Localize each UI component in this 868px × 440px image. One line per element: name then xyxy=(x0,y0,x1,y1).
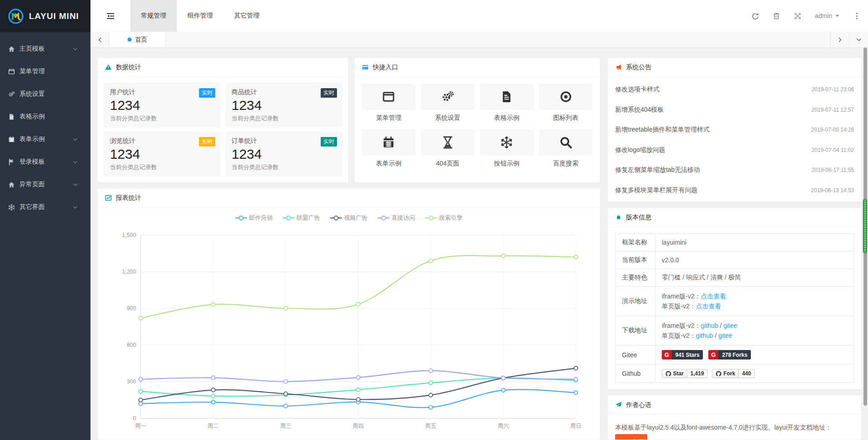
sidebar-item-label: 登录模板 xyxy=(19,158,73,166)
svg-text:周五: 周五 xyxy=(425,423,436,429)
calendar-icon xyxy=(382,136,395,149)
quick-entry-2[interactable]: 系统设置 xyxy=(421,84,475,122)
svg-text:周六: 周六 xyxy=(498,423,509,429)
quick-entry-1[interactable]: 菜单管理 xyxy=(362,84,416,122)
github-count[interactable]: 1,419 xyxy=(687,369,707,378)
quick-entry-8[interactable]: 百度搜索 xyxy=(539,129,593,168)
version-link[interactable]: 点击查看 xyxy=(696,303,721,310)
quick-entry-icon-box xyxy=(421,84,475,110)
sidebar-item-7[interactable]: 异常页面 xyxy=(0,173,90,196)
version-link[interactable]: gitee xyxy=(718,332,732,339)
warning-triangle-icon xyxy=(105,64,112,71)
version-link[interactable]: gitee xyxy=(723,322,737,329)
tab-scroll-left-button[interactable] xyxy=(90,32,109,47)
quick-entry-6[interactable]: 404页面 xyxy=(421,129,475,168)
system-announcement-title: 系统公告 xyxy=(626,63,651,71)
gitee-badge[interactable]: G278 Forks xyxy=(708,350,751,360)
sidebar-item-1[interactable]: 主页模板 xyxy=(0,38,90,60)
gears-icon xyxy=(441,90,454,103)
quick-entry-3[interactable]: 表格示例 xyxy=(480,84,534,122)
sidebar-item-label: 表单示例 xyxy=(19,135,73,143)
version-link[interactable]: github xyxy=(696,332,713,339)
version-value: 零门槛 / 响应式 / 清爽 / 极简 xyxy=(662,274,741,281)
tab-scroll-right-button[interactable] xyxy=(830,32,849,47)
version-value: layuimini xyxy=(662,239,686,246)
hourglass-icon xyxy=(441,136,454,149)
quick-entry-label: 系统设置 xyxy=(421,114,475,122)
sidebar-toggle-icon xyxy=(106,12,115,20)
legend-item-2[interactable]: 联盟广告 xyxy=(283,214,320,222)
page-tab-1[interactable]: 首页 xyxy=(109,32,166,47)
stat-card-desc: 当前分类总记录数 xyxy=(110,163,214,171)
top-nav-actions: admin xyxy=(751,0,868,32)
version-row: GiteeG941 StarsG278 Forks xyxy=(616,345,854,364)
svg-text:周四: 周四 xyxy=(353,423,364,429)
legend-marker-icon xyxy=(283,215,294,221)
sidebar-item-6[interactable]: 登录模板 xyxy=(0,151,90,173)
github-star-button[interactable]: Star xyxy=(662,369,687,378)
announcement-text: 修复多模块菜单栏展开有问题 xyxy=(615,186,697,194)
legend-item-5[interactable]: 搜索引擎 xyxy=(425,214,463,222)
user-menu[interactable]: admin xyxy=(815,12,840,19)
svg-text:1,500: 1,500 xyxy=(122,232,136,238)
more-vertical-icon[interactable] xyxy=(853,12,861,20)
author-words-title: 作者心语 xyxy=(626,401,651,409)
version-row-label: 主要特色 xyxy=(616,269,655,287)
tab-menu-button[interactable] xyxy=(849,32,868,47)
layui-logo-icon xyxy=(7,8,24,25)
snowflake-icon xyxy=(8,204,15,211)
version-row-label: Github xyxy=(616,364,655,383)
active-tab-dot xyxy=(128,38,132,42)
legend-item-1[interactable]: 邮件营销 xyxy=(235,214,273,222)
stat-card-3: 浏览统计实时1234当前分类总记录数 xyxy=(104,132,221,176)
legend-item-3[interactable]: 视频广告 xyxy=(330,214,368,222)
fullscreen-icon[interactable] xyxy=(794,12,802,20)
chevron-down-icon xyxy=(73,137,78,142)
sidebar-item-5[interactable]: 表单示例 xyxy=(0,128,90,151)
version-row: GithubStar1,419Fork440 xyxy=(616,364,854,383)
sidebar-item-label: 异常页面 xyxy=(19,180,73,189)
github-fork-button[interactable]: Fork xyxy=(712,369,739,378)
announcement-text: 修改logo缩放问题 xyxy=(615,146,665,154)
sidebar-item-2[interactable]: 菜单管理 xyxy=(0,60,90,83)
left-column: 数据统计 用户统计实时1234当前分类总记录数商品统计实时1234当前分类总记录… xyxy=(97,57,600,440)
legend-label: 搜索引擎 xyxy=(439,214,463,222)
sidebar-item-3[interactable]: 系统设置 xyxy=(0,83,90,105)
svg-text:周一: 周一 xyxy=(135,423,147,429)
sidebar-toggle-button[interactable] xyxy=(90,0,130,32)
sidebar-item-label: 主页模板 xyxy=(19,45,73,53)
chart-legend: 邮件营销联盟广告视频广告直接访问搜索引擎 xyxy=(98,214,600,222)
stat-card-value: 1234 xyxy=(232,98,336,114)
nav-tab-3[interactable]: 其它管理 xyxy=(223,0,270,32)
main-area: 常规管理组件管理其它管理 admin 首页 xyxy=(90,0,868,440)
layui-doc-badge[interactable]: layui文档 xyxy=(615,434,647,440)
version-link[interactable]: 点击查看 xyxy=(701,293,726,300)
gitee-badge[interactable]: G941 Stars xyxy=(662,350,703,360)
author-line1: 本模板基于layui2.5.4以及font-awesome-4.7.0进行实现。… xyxy=(615,424,831,431)
quick-entry-7[interactable]: 按钮示例 xyxy=(480,129,534,168)
fire-icon xyxy=(615,214,622,221)
legend-item-4[interactable]: 直接访问 xyxy=(378,214,415,222)
quick-entry-header: 快捷入口 xyxy=(355,58,600,77)
octocat-icon xyxy=(716,371,721,377)
version-link[interactable]: github xyxy=(701,322,718,329)
system-announcement-panel: 系统公告 修改选项卡样式2019-07-11 23:06新增系统404模板201… xyxy=(607,57,862,202)
nav-tab-2[interactable]: 组件管理 xyxy=(177,0,223,32)
quick-entry-5[interactable]: 表单示例 xyxy=(362,129,416,168)
github-count[interactable]: 440 xyxy=(739,369,754,378)
author-words-body: 本模板基于layui2.5.4以及font-awesome-4.7.0进行实现。… xyxy=(608,415,861,440)
home-icon xyxy=(8,46,15,52)
chevron-down-icon xyxy=(73,205,78,210)
quick-entry-label: 按钮示例 xyxy=(480,160,534,168)
sidebar-item-4[interactable]: 表格示例 xyxy=(0,105,90,128)
refresh-icon[interactable] xyxy=(751,12,759,20)
quick-entry-4[interactable]: 图标列表 xyxy=(539,84,593,122)
nav-tab-1[interactable]: 常规管理 xyxy=(130,0,177,32)
announcement-time: 2019-07-04 11:02 xyxy=(811,147,854,153)
trash-icon[interactable] xyxy=(773,12,780,20)
scroll-indicator xyxy=(863,199,867,253)
sidebar-item-label: 表格示例 xyxy=(19,113,82,121)
legend-marker-icon xyxy=(378,215,389,221)
stat-cards-grid: 用户统计实时1234当前分类总记录数商品统计实时1234当前分类总记录数浏览统计… xyxy=(98,77,348,182)
sidebar-item-8[interactable]: 其它界面 xyxy=(0,196,90,218)
